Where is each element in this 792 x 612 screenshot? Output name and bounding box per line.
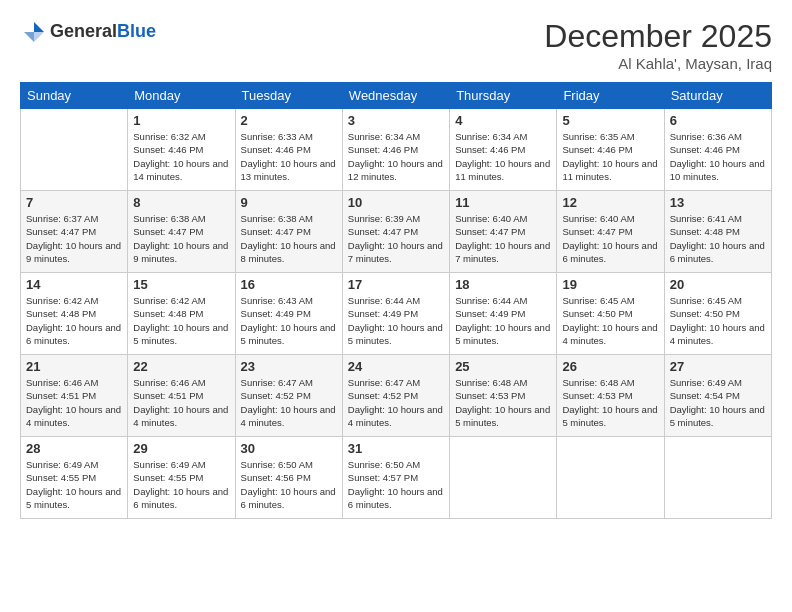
day-detail: Sunrise: 6:37 AMSunset: 4:47 PMDaylight:… [26,212,122,265]
day-number: 23 [241,359,337,374]
day-number: 10 [348,195,444,210]
weekday-header-row: SundayMondayTuesdayWednesdayThursdayFrid… [21,83,772,109]
day-cell [450,437,557,519]
day-number: 3 [348,113,444,128]
day-detail: Sunrise: 6:42 AMSunset: 4:48 PMDaylight:… [26,294,122,347]
day-cell: 15Sunrise: 6:42 AMSunset: 4:48 PMDayligh… [128,273,235,355]
weekday-header-thursday: Thursday [450,83,557,109]
day-number: 13 [670,195,766,210]
day-cell: 29Sunrise: 6:49 AMSunset: 4:55 PMDayligh… [128,437,235,519]
day-cell: 7Sunrise: 6:37 AMSunset: 4:47 PMDaylight… [21,191,128,273]
week-row-4: 21Sunrise: 6:46 AMSunset: 4:51 PMDayligh… [21,355,772,437]
day-number: 2 [241,113,337,128]
day-number: 22 [133,359,229,374]
weekday-header-saturday: Saturday [664,83,771,109]
day-number: 31 [348,441,444,456]
weekday-header-monday: Monday [128,83,235,109]
day-number: 21 [26,359,122,374]
day-number: 24 [348,359,444,374]
day-number: 29 [133,441,229,456]
logo-icon [20,18,48,46]
day-detail: Sunrise: 6:41 AMSunset: 4:48 PMDaylight:… [670,212,766,265]
day-cell: 25Sunrise: 6:48 AMSunset: 4:53 PMDayligh… [450,355,557,437]
day-detail: Sunrise: 6:46 AMSunset: 4:51 PMDaylight:… [26,376,122,429]
day-cell: 26Sunrise: 6:48 AMSunset: 4:53 PMDayligh… [557,355,664,437]
day-number: 26 [562,359,658,374]
day-cell: 31Sunrise: 6:50 AMSunset: 4:57 PMDayligh… [342,437,449,519]
day-number: 11 [455,195,551,210]
day-detail: Sunrise: 6:43 AMSunset: 4:49 PMDaylight:… [241,294,337,347]
day-number: 18 [455,277,551,292]
day-number: 8 [133,195,229,210]
day-detail: Sunrise: 6:38 AMSunset: 4:47 PMDaylight:… [241,212,337,265]
week-row-1: 1Sunrise: 6:32 AMSunset: 4:46 PMDaylight… [21,109,772,191]
calendar-table: SundayMondayTuesdayWednesdayThursdayFrid… [20,82,772,519]
day-detail: Sunrise: 6:38 AMSunset: 4:47 PMDaylight:… [133,212,229,265]
day-number: 6 [670,113,766,128]
day-cell: 24Sunrise: 6:47 AMSunset: 4:52 PMDayligh… [342,355,449,437]
day-number: 12 [562,195,658,210]
weekday-header-sunday: Sunday [21,83,128,109]
day-cell: 12Sunrise: 6:40 AMSunset: 4:47 PMDayligh… [557,191,664,273]
day-detail: Sunrise: 6:48 AMSunset: 4:53 PMDaylight:… [455,376,551,429]
day-detail: Sunrise: 6:49 AMSunset: 4:55 PMDaylight:… [133,458,229,511]
day-detail: Sunrise: 6:49 AMSunset: 4:55 PMDaylight:… [26,458,122,511]
week-row-3: 14Sunrise: 6:42 AMSunset: 4:48 PMDayligh… [21,273,772,355]
day-number: 15 [133,277,229,292]
day-cell: 11Sunrise: 6:40 AMSunset: 4:47 PMDayligh… [450,191,557,273]
day-number: 17 [348,277,444,292]
day-detail: Sunrise: 6:40 AMSunset: 4:47 PMDaylight:… [562,212,658,265]
day-cell: 10Sunrise: 6:39 AMSunset: 4:47 PMDayligh… [342,191,449,273]
day-detail: Sunrise: 6:49 AMSunset: 4:54 PMDaylight:… [670,376,766,429]
day-number: 30 [241,441,337,456]
day-detail: Sunrise: 6:44 AMSunset: 4:49 PMDaylight:… [348,294,444,347]
day-cell: 20Sunrise: 6:45 AMSunset: 4:50 PMDayligh… [664,273,771,355]
weekday-header-wednesday: Wednesday [342,83,449,109]
day-cell [21,109,128,191]
day-cell: 4Sunrise: 6:34 AMSunset: 4:46 PMDaylight… [450,109,557,191]
day-cell: 9Sunrise: 6:38 AMSunset: 4:47 PMDaylight… [235,191,342,273]
week-row-5: 28Sunrise: 6:49 AMSunset: 4:55 PMDayligh… [21,437,772,519]
day-cell: 19Sunrise: 6:45 AMSunset: 4:50 PMDayligh… [557,273,664,355]
day-detail: Sunrise: 6:45 AMSunset: 4:50 PMDaylight:… [670,294,766,347]
day-detail: Sunrise: 6:39 AMSunset: 4:47 PMDaylight:… [348,212,444,265]
logo: GeneralBlue [20,18,156,46]
day-cell: 8Sunrise: 6:38 AMSunset: 4:47 PMDaylight… [128,191,235,273]
day-cell: 23Sunrise: 6:47 AMSunset: 4:52 PMDayligh… [235,355,342,437]
svg-marker-2 [34,32,44,42]
day-cell: 14Sunrise: 6:42 AMSunset: 4:48 PMDayligh… [21,273,128,355]
header: GeneralBlue December 2025 Al Kahla', May… [20,18,772,72]
day-number: 7 [26,195,122,210]
day-cell: 21Sunrise: 6:46 AMSunset: 4:51 PMDayligh… [21,355,128,437]
svg-marker-0 [34,22,44,32]
day-cell: 16Sunrise: 6:43 AMSunset: 4:49 PMDayligh… [235,273,342,355]
day-number: 16 [241,277,337,292]
logo-blue: Blue [117,21,156,41]
day-cell: 2Sunrise: 6:33 AMSunset: 4:46 PMDaylight… [235,109,342,191]
week-row-2: 7Sunrise: 6:37 AMSunset: 4:47 PMDaylight… [21,191,772,273]
day-cell: 6Sunrise: 6:36 AMSunset: 4:46 PMDaylight… [664,109,771,191]
day-number: 27 [670,359,766,374]
day-cell: 18Sunrise: 6:44 AMSunset: 4:49 PMDayligh… [450,273,557,355]
day-number: 28 [26,441,122,456]
location-title: Al Kahla', Maysan, Iraq [544,55,772,72]
day-detail: Sunrise: 6:50 AMSunset: 4:56 PMDaylight:… [241,458,337,511]
calendar-page: GeneralBlue December 2025 Al Kahla', May… [0,0,792,612]
day-cell: 30Sunrise: 6:50 AMSunset: 4:56 PMDayligh… [235,437,342,519]
day-detail: Sunrise: 6:44 AMSunset: 4:49 PMDaylight:… [455,294,551,347]
title-block: December 2025 Al Kahla', Maysan, Iraq [544,18,772,72]
logo-general: General [50,21,117,41]
day-cell: 27Sunrise: 6:49 AMSunset: 4:54 PMDayligh… [664,355,771,437]
day-cell [557,437,664,519]
day-detail: Sunrise: 6:48 AMSunset: 4:53 PMDaylight:… [562,376,658,429]
day-cell: 17Sunrise: 6:44 AMSunset: 4:49 PMDayligh… [342,273,449,355]
day-cell: 5Sunrise: 6:35 AMSunset: 4:46 PMDaylight… [557,109,664,191]
day-cell: 22Sunrise: 6:46 AMSunset: 4:51 PMDayligh… [128,355,235,437]
day-detail: Sunrise: 6:33 AMSunset: 4:46 PMDaylight:… [241,130,337,183]
day-detail: Sunrise: 6:46 AMSunset: 4:51 PMDaylight:… [133,376,229,429]
day-number: 9 [241,195,337,210]
day-cell: 28Sunrise: 6:49 AMSunset: 4:55 PMDayligh… [21,437,128,519]
day-number: 1 [133,113,229,128]
weekday-header-friday: Friday [557,83,664,109]
day-number: 20 [670,277,766,292]
